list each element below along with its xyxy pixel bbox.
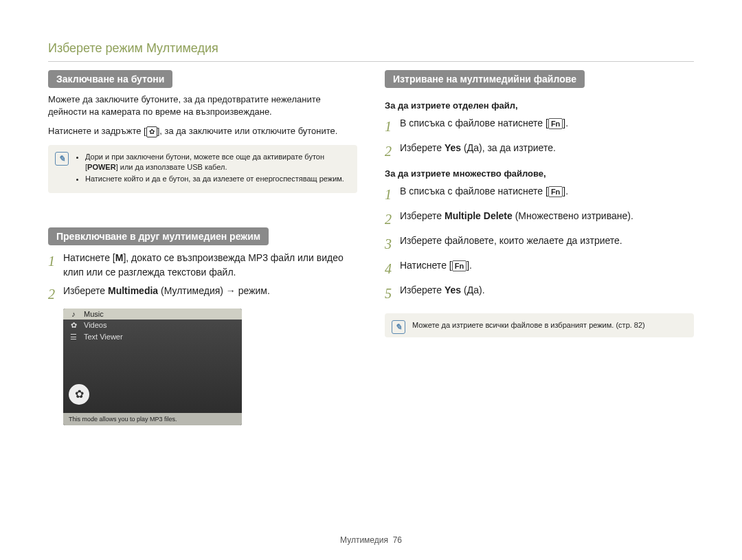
note-delete-all: ✎ Можете да изтриете всички файлове в из… <box>385 313 694 337</box>
note-lock-bullet-1: Дори и при заключени бутони, можете все … <box>85 152 349 173</box>
screenshot-item-text-viewer: ☰ Text Viewer <box>63 331 242 343</box>
multimedia-mode-icon: ✿ <box>69 384 89 405</box>
lock-instruction-b: ], за да заключите или отключите бутонит… <box>157 126 338 136</box>
screenshot-item-videos: ✿ Videos <box>63 320 242 331</box>
info-icon: ✎ <box>392 320 405 334</box>
note1-b1-b: ] или да използвате USB кабел. <box>116 163 227 171</box>
info-icon: ✎ <box>55 152 69 166</box>
multiple-delete-bold: Multiple Delete <box>445 210 513 221</box>
video-icon: ✿ <box>69 321 78 330</box>
delete-multi-step-5: 5 Изберете Yes (Да). <box>385 283 694 304</box>
delete-single-step-2: 2 Изберете Yes (Да), за да изтриете. <box>385 141 694 161</box>
right-column: Изтриване на мултимедийни файлове За да … <box>385 70 694 425</box>
lock-instruction-a: Натиснете и задръжте [ <box>48 126 146 136</box>
screenshot-item-music: ♪ Music <box>63 309 242 320</box>
s2-5-b: (Да). <box>461 284 484 295</box>
switch-step-2: 2 Изберете Multimedia (Мултимедия) → реж… <box>48 284 357 304</box>
fn-key-icon: Fn <box>548 186 563 197</box>
step-number: 1 <box>48 251 63 280</box>
s1-1-a: В списъка с файлове натиснете [ <box>400 117 548 128</box>
s2-2-b: (Множествено изтриване). <box>513 210 633 221</box>
step-number: 3 <box>385 234 400 254</box>
s2-1-a: В списъка с файлове натиснете [ <box>400 186 548 197</box>
screenshot-item-label: Videos <box>84 321 106 329</box>
delete-single-step-1: 1 В списъка с файлове натиснете [Fn]. <box>385 116 694 137</box>
section-delete-header: Изтриване на мултимедийни файлове <box>385 70 585 88</box>
delete-single-subheading: За да изтриете отделен файл, <box>385 100 694 111</box>
screenshot-footer: This mode allows you to play MP3 files. <box>63 413 242 425</box>
left-column: Заключване на бутони Можете да заключите… <box>48 70 357 425</box>
step2-b: (Мултимедия) → режим. <box>158 285 270 296</box>
delete-multi-step-4: 4 Натиснете [Fn]. <box>385 258 694 279</box>
yes-bold: Yes <box>445 284 461 295</box>
footer-page-number: 76 <box>393 535 402 545</box>
s1-2-b: (Да), за да изтриете. <box>461 142 556 153</box>
note-delete-text: Можете да изтриете всички файлове в избр… <box>412 321 645 329</box>
multimedia-bold: Multimedia <box>108 285 158 296</box>
step-number: 2 <box>385 209 400 229</box>
note-lock-bullet-2: Натиснете който и да е бутон, за да изле… <box>85 174 349 184</box>
section-lock-buttons-header: Заключване на бутони <box>48 70 172 88</box>
step-number: 1 <box>385 184 400 205</box>
s1-1-b: ]. <box>563 117 568 128</box>
text-icon: ☰ <box>69 333 78 341</box>
step1-a: Натиснете [ <box>63 252 115 263</box>
s1-2-a: Изберете <box>400 142 445 153</box>
s2-4-a: Натиснете [ <box>400 260 452 271</box>
screenshot-item-label: Music <box>84 310 104 318</box>
s2-4-b: ]. <box>466 260 472 271</box>
lock-instruction: Натиснете и задръжте [✿], за да заключит… <box>48 125 357 137</box>
step-number: 1 <box>385 116 400 137</box>
delete-multi-step-2: 2 Изберете Multiple Delete (Множествено … <box>385 209 694 229</box>
delete-multi-step-3: 3 Изберете файловете, които желаете да и… <box>385 234 694 254</box>
footer-label: Мултимедия <box>340 535 388 545</box>
m-key: M <box>115 252 124 263</box>
yes-bold: Yes <box>445 142 461 153</box>
s2-3: Изберете файловете, които желаете да изт… <box>400 234 694 254</box>
delete-multi-step-1: 1 В списъка с файлове натиснете [Fn]. <box>385 184 694 205</box>
note-lock: ✎ Дори и при заключени бутони, можете вс… <box>48 145 357 193</box>
flower-button-icon: ✿ <box>146 126 157 137</box>
switch-step-1: 1 Натиснете [M], докато се възпроизвежда… <box>48 251 357 280</box>
page-title: Изберете режим Мултимедия <box>48 41 694 56</box>
page-footer: Мултимедия 76 <box>0 535 742 545</box>
s2-2-a: Изберете <box>400 210 445 221</box>
fn-key-icon: Fn <box>548 118 563 129</box>
lock-description: Можете да заключите бутоните, за да пред… <box>48 93 357 118</box>
step-number: 2 <box>48 284 63 304</box>
fn-key-icon: Fn <box>452 260 466 271</box>
music-icon: ♪ <box>69 310 78 318</box>
screenshot-item-label: Text Viewer <box>84 333 123 341</box>
step-number: 2 <box>385 141 400 161</box>
power-label: POWER <box>87 163 116 171</box>
step-number: 5 <box>385 283 400 304</box>
delete-multiple-subheading: За да изтриете множество файлове, <box>385 168 694 179</box>
step2-a: Изберете <box>63 285 108 296</box>
mode-screenshot: ♪ Music ✿ Videos ☰ Text Viewer ✿ This mo… <box>63 309 242 425</box>
title-divider <box>48 61 694 62</box>
step-number: 4 <box>385 258 400 279</box>
section-switch-mode-header: Превключване в друг мултимедиен режим <box>48 227 269 245</box>
s2-1-b: ]. <box>563 186 568 197</box>
s2-5-a: Изберете <box>400 284 445 295</box>
